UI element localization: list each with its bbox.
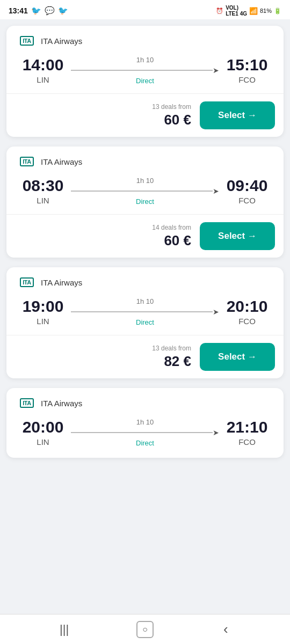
arrival-block-1: 15:10 FCO [226, 57, 269, 84]
line-4 [71, 432, 213, 433]
arrival-block-3: 20:10 FCO [226, 298, 269, 326]
direct-label-2: Direct [136, 197, 154, 206]
arrival-block-4: 21:10 FCO [226, 419, 269, 447]
deals-text-1: 13 deals from [152, 103, 191, 111]
flight-group-4: ITA ITA Airways 20:00 LIN 1h 10 ➤ Direct [6, 388, 284, 458]
price-row-3: 13 deals from 82 € Select → [6, 335, 284, 378]
path-line-1: ➤ [71, 66, 219, 75]
airline-name-3: ITA Airways [41, 278, 82, 287]
battery-icon: 🔋 [274, 8, 281, 14]
flight-times-4: 20:00 LIN 1h 10 ➤ Direct 21:10 FCO [17, 418, 273, 447]
departure-block-3: 19:00 LIN [21, 298, 64, 326]
select-button-1[interactable]: Select → [200, 101, 275, 129]
flight-group-3: ITA ITA Airways 19:00 LIN 1h 10 ➤ Direct [6, 267, 284, 378]
airline-header-3: ITA ITA Airways [17, 276, 273, 289]
path-line-3: ➤ [71, 308, 219, 316]
arrival-airport-4: FCO [226, 437, 269, 447]
duration-1: 1h 10 [136, 56, 154, 64]
arrival-airport-1: FCO [226, 75, 269, 84]
direct-label-1: Direct [136, 77, 154, 85]
arrival-block-2: 09:40 FCO [226, 178, 269, 205]
price-3: 82 € [152, 353, 191, 370]
arrival-airport-3: FCO [226, 317, 269, 326]
flight-group-2: ITA ITA Airways 08:30 LIN 1h 10 ➤ Direct [6, 147, 284, 258]
airline-logo-2: ITA [17, 155, 37, 168]
line-3 [71, 311, 213, 312]
price-row-1: 13 deals from 60 € Select → [6, 93, 284, 137]
departure-time-3: 19:00 [21, 298, 64, 314]
select-button-3[interactable]: Select → [200, 343, 275, 371]
message-icon: 💬 [45, 6, 55, 16]
direct-label-4: Direct [136, 439, 154, 447]
duration-4: 1h 10 [136, 418, 154, 426]
departure-block-1: 14:00 LIN [21, 57, 64, 84]
direct-label-3: Direct [136, 318, 154, 326]
flight-card-4: ITA ITA Airways 20:00 LIN 1h 10 ➤ Direct [6, 388, 284, 458]
airline-name-1: ITA Airways [41, 36, 82, 46]
airline-logo-3: ITA [17, 276, 37, 289]
status-time: 13:41 [9, 6, 28, 15]
departure-airport-1: LIN [21, 75, 64, 84]
flight-path-4: 1h 10 ➤ Direct [71, 418, 219, 447]
price-1: 60 € [152, 112, 191, 128]
arrow-icon-3: ➤ [213, 308, 219, 316]
departure-airport-4: LIN [21, 437, 64, 447]
airline-logo-4: ITA [17, 397, 37, 409]
flight-group-1: ITA ITA Airways 14:00 LIN 1h 10 ➤ Direct [6, 26, 284, 137]
duration-3: 1h 10 [136, 297, 154, 305]
ita-logo-text-3: ITA [20, 277, 33, 287]
arrival-time-3: 20:10 [226, 298, 269, 314]
departure-block-2: 08:30 LIN [21, 178, 64, 205]
departure-time-1: 14:00 [21, 57, 64, 73]
flight-times-3: 19:00 LIN 1h 10 ➤ Direct 20:10 FCO [17, 297, 273, 326]
twitter-icon-2: 🐦 [58, 6, 68, 16]
ita-logo-text-1: ITA [20, 36, 33, 46]
status-left: 13:41 🐦 💬 🐦 [9, 6, 68, 16]
arrival-time-2: 09:40 [226, 178, 269, 194]
airline-header-4: ITA ITA Airways [17, 397, 273, 409]
deals-text-3: 13 deals from [152, 345, 191, 352]
home-nav-button[interactable]: ○ [136, 621, 154, 638]
price-row-2: 14 deals from 60 € Select → [6, 214, 284, 258]
flight-path-1: 1h 10 ➤ Direct [71, 56, 219, 85]
path-line-4: ➤ [71, 428, 219, 437]
departure-time-2: 08:30 [21, 178, 64, 194]
duration-2: 1h 10 [136, 177, 154, 185]
flight-card-1: ITA ITA Airways 14:00 LIN 1h 10 ➤ Direct [6, 26, 284, 93]
arrow-icon-2: ➤ [213, 187, 219, 195]
path-line-2: ➤ [71, 187, 219, 195]
ita-logo-text-4: ITA [20, 398, 33, 408]
bottom-nav: ||| ○ ‹ [0, 614, 290, 644]
battery-text: 81% [260, 8, 272, 14]
flight-times-2: 08:30 LIN 1h 10 ➤ Direct 09:40 FCO [17, 177, 273, 206]
flight-card-3: ITA ITA Airways 19:00 LIN 1h 10 ➤ Direct [6, 267, 284, 335]
twitter-icon-1: 🐦 [31, 6, 41, 16]
select-button-2[interactable]: Select → [200, 222, 275, 250]
status-bar: 13:41 🐦 💬 🐦 ⏰ VOL)LTE1 4G 📶 81% 🔋 [0, 0, 290, 19]
price-info-2: 14 deals from 60 € [152, 224, 191, 249]
price-2: 60 € [152, 232, 191, 249]
arrow-icon-4: ➤ [213, 428, 219, 437]
price-info-1: 13 deals from 60 € [152, 103, 191, 128]
line-1 [71, 70, 213, 71]
airline-name-2: ITA Airways [41, 157, 82, 166]
arrow-icon-1: ➤ [213, 66, 219, 75]
departure-time-4: 20:00 [21, 419, 64, 435]
status-right: ⏰ VOL)LTE1 4G 📶 81% 🔋 [216, 5, 281, 17]
arrival-time-1: 15:10 [226, 57, 269, 73]
flight-times-1: 14:00 LIN 1h 10 ➤ Direct 15:10 FCO [17, 56, 273, 85]
arrival-time-4: 21:10 [226, 419, 269, 435]
lte-text: VOL)LTE1 4G [226, 5, 247, 17]
airline-header-2: ITA ITA Airways [17, 155, 273, 168]
airline-logo-1: ITA [17, 34, 37, 47]
back-nav-button[interactable]: ‹ [212, 619, 239, 640]
menu-nav-button[interactable]: ||| [51, 619, 78, 640]
flights-list: ITA ITA Airways 14:00 LIN 1h 10 ➤ Direct [0, 19, 290, 495]
deals-text-2: 14 deals from [152, 224, 191, 231]
flight-card-2: ITA ITA Airways 08:30 LIN 1h 10 ➤ Direct [6, 147, 284, 214]
arrival-airport-2: FCO [226, 196, 269, 205]
airline-name-4: ITA Airways [41, 399, 82, 408]
flight-path-2: 1h 10 ➤ Direct [71, 177, 219, 206]
departure-block-4: 20:00 LIN [21, 419, 64, 447]
departure-airport-2: LIN [21, 196, 64, 205]
